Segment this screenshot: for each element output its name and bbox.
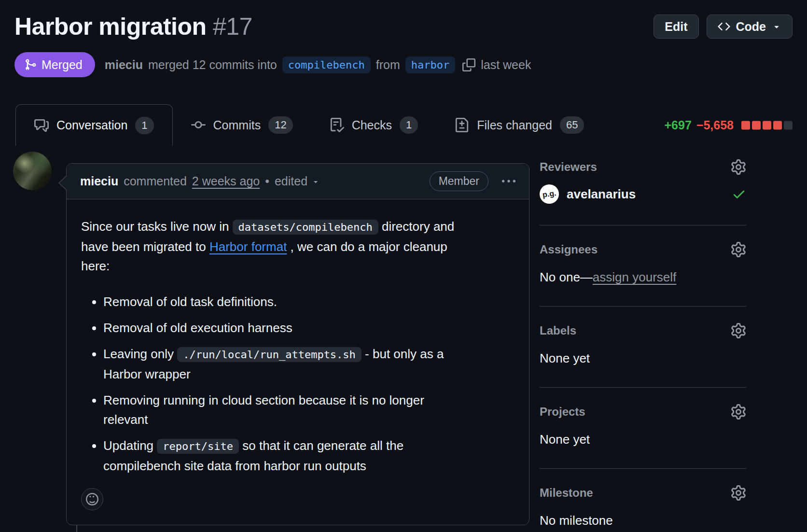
comment-timestamp-link[interactable]: 2 weeks ago [192, 174, 260, 188]
header-actions: Edit Code [654, 14, 793, 39]
comment-bullet: Removing running in cloud section becaus… [103, 391, 515, 429]
code-button[interactable]: Code [707, 14, 793, 39]
diffstat-block [763, 121, 771, 129]
diffstat-block [741, 121, 750, 129]
tab-files-changed-count: 65 [560, 116, 584, 134]
inline-code: ./run/local/run_attempts.sh [177, 347, 362, 362]
tab-files-changed-label: Files changed [477, 118, 552, 132]
timeline-connector [76, 525, 77, 532]
checklist-icon [330, 118, 344, 132]
chevron-down-icon [772, 22, 781, 31]
comment-body: Since our tasks live now in datasets/com… [67, 199, 529, 525]
comment-paragraph: Since our tasks live now in datasets/com… [81, 217, 515, 276]
sidebar-section-milestone: Milestone No milestone [540, 469, 746, 532]
head-branch-label[interactable]: harbor [405, 56, 455, 73]
assignees-title: Assignees [540, 243, 598, 256]
comment-action-text: commented [124, 174, 187, 188]
pr-number: #17 [213, 13, 252, 40]
milestone-value: No milestone [540, 513, 746, 528]
add-reaction-button[interactable] [81, 488, 103, 510]
diffstat-blocks [741, 121, 793, 129]
pr-page: Harbor migration #17 Edit Code Merged mi… [0, 0, 807, 532]
diffstat-block [784, 121, 793, 129]
comment-discussion-icon [34, 118, 49, 133]
inline-code: report/site [157, 439, 239, 454]
member-badge: Member [430, 171, 488, 191]
comment-header: mieciu commented 2 weeks ago • edited Me… [67, 164, 529, 199]
base-branch-label[interactable]: compilebench [282, 56, 371, 73]
diffstat-block [773, 121, 782, 129]
comment-bullet: Leaving only ./run/local/run_attempts.sh… [103, 344, 515, 384]
tab-conversation-count: 1 [135, 117, 153, 134]
edit-button[interactable]: Edit [654, 14, 698, 39]
edited-label: edited [275, 174, 307, 188]
approved-check-icon [732, 187, 746, 201]
comment-options-kebab-icon[interactable] [502, 175, 515, 188]
copy-icon[interactable] [462, 58, 475, 71]
pr-tabs: Conversation 1 Commits 12 Checks 1 Files… [15, 104, 793, 146]
sidebar-section-reviewers: Reviewers p.g. avelanarius [540, 159, 746, 225]
projects-value: None yet [540, 432, 746, 447]
comment-bullet-list: Removal of old task definitions.Removal … [81, 292, 515, 476]
tab-conversation[interactable]: Conversation 1 [15, 104, 173, 146]
tab-commits[interactable]: Commits 12 [173, 104, 311, 146]
edited-dropdown[interactable]: edited [275, 174, 320, 188]
pr-title-text: Harbor migration [14, 13, 207, 40]
assign-yourself-link[interactable]: assign yourself [593, 270, 676, 284]
diffstat-deletions: −5,658 [696, 118, 734, 132]
comment: mieciu commented 2 weeks ago • edited Me… [66, 163, 529, 525]
comment-bullet: Removal of old task definitions. [103, 292, 515, 311]
author-avatar[interactable] [13, 152, 52, 190]
milestone-gear-icon[interactable] [731, 485, 746, 501]
milestone-title: Milestone [540, 486, 593, 500]
merged-status-badge: Merged [14, 52, 95, 77]
tab-files-changed[interactable]: Files changed 65 [436, 104, 602, 146]
assignees-gear-icon[interactable] [731, 242, 746, 257]
conversation-thread: mieciu commented 2 weeks ago • edited Me… [14, 151, 529, 532]
merged-status-label: Merged [42, 58, 83, 72]
tab-checks-count: 1 [400, 116, 418, 134]
pr-header: Harbor migration #17 Edit Code [14, 13, 793, 41]
smiley-icon [86, 493, 98, 505]
inline-code: datasets/compilebench [233, 220, 378, 235]
no-one-text: No one— [540, 270, 593, 284]
reviewers-gear-icon[interactable] [731, 159, 746, 175]
pr-main: mieciu commented 2 weeks ago • edited Me… [14, 151, 793, 532]
pr-sidebar: Reviewers p.g. avelanarius [540, 151, 746, 532]
projects-title: Projects [540, 405, 585, 419]
reviewer-row[interactable]: p.g. avelanarius [540, 184, 746, 204]
tab-commits-count: 12 [268, 116, 292, 134]
tab-commits-label: Commits [213, 118, 261, 132]
page-title: Harbor migration #17 [14, 13, 252, 41]
edit-button-label: Edit [665, 20, 687, 34]
diffstat: +697 −5,658 [665, 118, 793, 132]
code-icon [718, 20, 730, 33]
comment-bullet: Updating report/site so that it can gene… [103, 436, 515, 476]
dot-separator: • [265, 174, 269, 188]
git-merge-icon [24, 58, 37, 71]
from-text: from [376, 58, 400, 72]
labels-gear-icon[interactable] [731, 323, 746, 338]
tab-conversation-label: Conversation [56, 118, 127, 132]
labels-value: None yet [540, 351, 746, 366]
sidebar-section-projects: Projects None yet [540, 388, 746, 469]
diffstat-block [752, 121, 761, 129]
labels-title: Labels [540, 324, 576, 337]
reviewer-avatar: p.g. [540, 184, 559, 204]
git-commit-icon [191, 118, 206, 132]
reviewer-name: avelanarius [567, 187, 732, 202]
file-diff-icon [455, 118, 469, 132]
comment-bullet: Removal of old execution harness [103, 318, 515, 337]
tab-checks[interactable]: Checks 1 [311, 104, 437, 146]
harbor-format-link[interactable]: Harbor format [209, 239, 287, 254]
merge-summary: mieciu merged 12 commits into compileben… [105, 56, 531, 73]
comment-author-link[interactable]: mieciu [80, 174, 118, 188]
sidebar-section-assignees: Assignees No one—assign yourself [540, 225, 746, 307]
reviewers-title: Reviewers [540, 160, 597, 174]
sidebar-section-labels: Labels None yet [540, 307, 746, 388]
projects-gear-icon[interactable] [731, 404, 746, 420]
merge-summary-text: merged 12 commits into [148, 58, 277, 72]
pr-author-link[interactable]: mieciu [105, 58, 143, 72]
triangle-down-icon [311, 177, 320, 186]
tab-checks-label: Checks [352, 118, 392, 132]
